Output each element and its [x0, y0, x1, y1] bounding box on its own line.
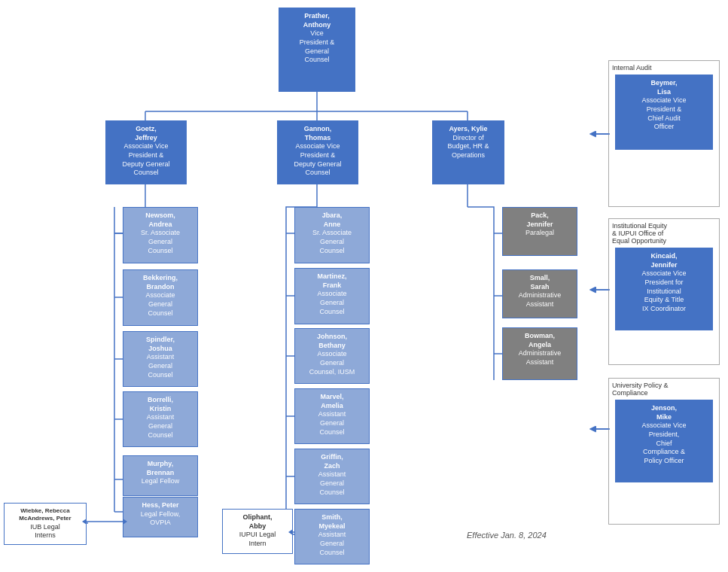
effective-date: Effective Jan. 8, 2024 — [467, 531, 547, 540]
oliphant-name: Oliphant,Abby — [227, 513, 288, 531]
small-title: AdministrativeAssistant — [507, 291, 573, 309]
goetz-name: Goetz,Jeffrey — [110, 125, 182, 142]
martinez-box: Martinez,Frank AssociateGeneralCounsel — [294, 268, 370, 324]
ayers-title: Director ofBudget, HR &Operations — [437, 134, 500, 160]
martinez-name: Martinez,Frank — [299, 272, 365, 290]
murphy-name: Murphy,Brennan — [127, 460, 193, 477]
jbara-box: Jbara,Anne Sr. AssociateGeneralCounsel — [294, 207, 370, 263]
johnson-title: AssociateGeneralCounsel, IUSM — [299, 350, 365, 376]
borrelli-box: Borrelli,Kristin AssistantGeneralCounsel — [123, 391, 198, 447]
small-name: Small,Sarah — [507, 274, 573, 291]
pack-box: Pack,Jennifer Paralegal — [502, 207, 577, 256]
internal-audit-label: Internal Audit — [612, 64, 716, 72]
oliphant-title: IUPUI LegalIntern — [227, 531, 288, 548]
kincaid-title: Associate VicePresident forInstitutional… — [620, 269, 708, 313]
griffin-title: AssistantGeneralCounsel — [299, 470, 365, 497]
svg-marker-32 — [592, 131, 596, 137]
bowman-name: Bowman,Angela — [507, 332, 573, 349]
beymer-name: Beymer,Lisa — [620, 79, 708, 96]
ayers-box: Ayers, Kylie Director ofBudget, HR &Oper… — [432, 120, 504, 184]
pack-name: Pack,Jennifer — [507, 211, 573, 229]
jenson-name: Jenson,Mike — [620, 404, 708, 421]
institutional-equity-section: Institutional Equity& IUPUI Office ofEqu… — [608, 218, 720, 365]
bekkering-name: Bekkering,Brandon — [127, 274, 193, 291]
bekkering-box: Bekkering,Brandon AssociateGeneralCounse… — [123, 269, 198, 326]
prather-title: VicePresident &GeneralCounsel — [283, 29, 351, 65]
hess-box: Hess, Peter Legal Fellow,OVPIA — [123, 497, 198, 537]
marvel-box: Marvel,Amelia AssistantGeneralCounsel — [294, 388, 370, 444]
newsom-box: Newsom,Andrea Sr. AssociateGeneralCounse… — [123, 207, 198, 263]
bowman-box: Bowman,Angela AdministrativeAssistant — [502, 327, 577, 380]
jenson-box: Jenson,Mike Associate VicePresident,Chie… — [615, 400, 713, 482]
johnson-name: Johnson,Bethany — [299, 333, 365, 350]
oliphant-box: Oliphant,Abby IUPUI LegalIntern — [222, 509, 293, 554]
hess-name: Hess, Peter — [127, 501, 193, 510]
goetz-title: Associate VicePresident &Deputy GeneralC… — [110, 142, 182, 178]
kincaid-box: Kincaid,Jennifer Associate VicePresident… — [615, 248, 713, 330]
goetz-box: Goetz,Jeffrey Associate VicePresident &D… — [105, 120, 187, 184]
beymer-title: Associate VicePresident &Chief AuditOffi… — [620, 96, 708, 132]
bowman-title: AdministrativeAssistant — [507, 349, 573, 367]
gannon-title: Associate VicePresident &Deputy GeneralC… — [282, 142, 354, 178]
newsom-title: Sr. AssociateGeneralCounsel — [127, 229, 193, 255]
gannon-name: Gannon,Thomas — [282, 125, 354, 142]
jbara-title: Sr. AssociateGeneralCounsel — [299, 229, 365, 255]
small-box: Small,Sarah AdministrativeAssistant — [502, 269, 577, 318]
institutional-equity-label: Institutional Equity& IUPUI Office ofEqu… — [612, 222, 716, 245]
marvel-name: Marvel,Amelia — [299, 393, 365, 410]
murphy-title: Legal Fellow — [127, 477, 193, 486]
martinez-title: AssociateGeneralCounsel — [299, 290, 365, 316]
spindler-box: Spindler,Joshua AssistantGeneralCounsel — [123, 331, 198, 387]
spindler-name: Spindler,Joshua — [127, 336, 193, 353]
prather-name: Prather, Anthony — [283, 12, 351, 29]
johnson-box: Johnson,Bethany AssociateGeneralCounsel,… — [294, 328, 370, 384]
borrelli-name: Borrelli,Kristin — [127, 396, 193, 413]
university-policy-section: University Policy &Compliance Jenson,Mik… — [608, 378, 720, 525]
smith-box: Smith,Myekeal AssistantGeneralCounsel — [294, 509, 370, 564]
org-chart: Prather, Anthony VicePresident &GeneralC… — [0, 0, 728, 572]
gannon-box: Gannon,Thomas Associate VicePresident &D… — [277, 120, 358, 184]
smith-name: Smith,Myekeal — [299, 513, 365, 531]
kincaid-name: Kincaid,Jennifer — [620, 252, 708, 269]
wiebke-title: IUB LegalInterns — [8, 523, 82, 540]
wiebke-box: Wiebke, RebeccaMcAndrews, Peter IUB Lega… — [4, 503, 87, 545]
pack-title: Paralegal — [507, 229, 573, 238]
jbara-name: Jbara,Anne — [299, 211, 365, 229]
internal-audit-section: Internal Audit Beymer,Lisa Associate Vic… — [608, 60, 720, 207]
jenson-title: Associate VicePresident,ChiefCompliance … — [620, 421, 708, 465]
prather-box: Prather, Anthony VicePresident &GeneralC… — [279, 8, 355, 92]
svg-marker-36 — [592, 426, 596, 432]
ayers-name: Ayers, Kylie — [437, 125, 500, 134]
griffin-box: Griffin,Zach AssistantGeneralCounsel — [294, 449, 370, 504]
smith-title: AssistantGeneralCounsel — [299, 531, 365, 557]
svg-marker-34 — [592, 287, 596, 293]
marvel-title: AssistantGeneralCounsel — [299, 410, 365, 437]
borrelli-title: AssistantGeneralCounsel — [127, 413, 193, 440]
newsom-name: Newsom,Andrea — [127, 211, 193, 229]
hess-title: Legal Fellow,OVPIA — [127, 510, 193, 528]
murphy-box: Murphy,Brennan Legal Fellow — [123, 455, 198, 496]
bekkering-title: AssociateGeneralCounsel — [127, 291, 193, 318]
griffin-name: Griffin,Zach — [299, 453, 365, 470]
spindler-title: AssistantGeneralCounsel — [127, 353, 193, 379]
beymer-box: Beymer,Lisa Associate VicePresident &Chi… — [615, 75, 713, 150]
wiebke-name: Wiebke, RebeccaMcAndrews, Peter — [8, 507, 82, 523]
university-policy-label: University Policy &Compliance — [612, 382, 716, 397]
